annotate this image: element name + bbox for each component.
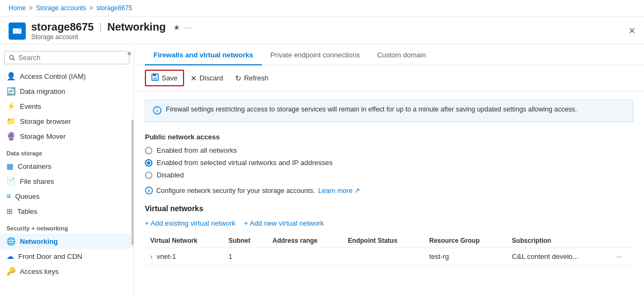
table-row: › vnet-1 1 test-rg C&L content develo...… [145, 248, 633, 265]
sidebar-item-queues[interactable]: ≡ Queues [0, 189, 134, 204]
access-control-icon: 👤 [6, 72, 16, 80]
search-icon [9, 55, 15, 61]
tab-private-endpoints[interactable]: Private endpoint connections [262, 44, 369, 65]
svg-text:i: i [157, 108, 158, 114]
radio-selected-networks[interactable]: Enabled from selected virtual networks a… [145, 159, 633, 167]
breadcrumb-current[interactable]: storage8675 [96, 4, 132, 12]
save-icon [151, 73, 159, 83]
main-content: Firewalls and virtual networks Private e… [134, 44, 644, 295]
sidebar-item-containers[interactable]: ▦ Containers [0, 159, 134, 174]
add-new-vnet-button[interactable]: + Add new virtual network [244, 219, 324, 227]
add-existing-vnet-button[interactable]: + Add existing virtual network [145, 219, 236, 227]
sidebar-item-label: File shares [20, 177, 54, 185]
svg-rect-7 [153, 77, 157, 80]
svg-point-2 [19, 29, 20, 30]
data-storage-section-label: Data storage [0, 144, 134, 159]
virtual-networks-table: Virtual Network Subnet Address range End… [145, 234, 633, 265]
public-access-label: Public network access [145, 133, 633, 141]
refresh-icon: ↻ [235, 74, 241, 83]
sidebar-item-events[interactable]: ⚡ Events [0, 99, 134, 114]
radio-all-networks[interactable]: Enabled from all networks [145, 146, 633, 154]
cell-endpoint-status [342, 248, 423, 265]
close-button[interactable]: ✕ [628, 26, 635, 36]
public-access-options: Enabled from all networks Enabled from s… [145, 146, 633, 179]
col-virtual-network: Virtual Network [145, 234, 223, 248]
networking-icon: 🌐 [6, 237, 16, 245]
config-note: i Configure network security for your st… [145, 187, 633, 195]
resource-name: storage8675 [31, 21, 94, 33]
sidebar: « 👤 Access Control (IAM) 🔄 Data migratio… [0, 44, 134, 295]
header-text: storage8675 | Networking ★ ··· Storage a… [31, 21, 193, 41]
breadcrumb-storage-accounts[interactable]: Storage accounts [36, 4, 86, 12]
cell-address-range [267, 248, 343, 265]
star-icon[interactable]: ★ [173, 23, 180, 32]
svg-point-3 [10, 55, 13, 59]
sidebar-item-label: Tables [17, 207, 38, 215]
col-endpoint-status: Endpoint Status [342, 234, 423, 248]
sidebar-item-networking[interactable]: 🌐 Networking [0, 234, 134, 249]
table-body: › vnet-1 1 test-rg C&L content develo...… [145, 248, 633, 265]
search-input[interactable] [18, 54, 125, 62]
data-migration-icon: 🔄 [6, 87, 16, 95]
tables-icon: ⊞ [6, 207, 13, 215]
storage-mover-icon: 🔮 [6, 132, 16, 140]
storage-browser-icon: 📁 [6, 117, 16, 125]
vnet-actions: + Add existing virtual network + Add new… [145, 219, 633, 227]
sidebar-item-label: Queues [15, 192, 40, 200]
discard-button[interactable]: ✕ Discard [185, 71, 229, 85]
sidebar-collapse-button[interactable]: « [127, 49, 131, 57]
row-expand-icon[interactable]: › [150, 252, 152, 260]
discard-icon: ✕ [191, 74, 197, 83]
info-icon: i [153, 106, 162, 116]
page-header: storage8675 | Networking ★ ··· Storage a… [0, 17, 644, 44]
sidebar-item-label: Storage Mover [20, 132, 65, 140]
virtual-networks-title: Virtual networks [145, 204, 633, 213]
tab-firewalls[interactable]: Firewalls and virtual networks [145, 44, 262, 65]
breadcrumb-sep2: > [89, 4, 93, 12]
save-button[interactable]: Save [145, 70, 184, 86]
front-door-icon: ☁ [6, 252, 14, 260]
security-section-label: Security + networking [0, 219, 134, 234]
toolbar: Save ✕ Discard ↻ Refresh [134, 65, 644, 91]
tab-custom-domain[interactable]: Custom domain [369, 44, 435, 65]
storage-icon [9, 23, 26, 40]
file-shares-icon: 📄 [6, 177, 16, 185]
sidebar-item-label: Events [20, 102, 41, 110]
sidebar-item-access-control[interactable]: 👤 Access Control (IAM) [0, 69, 134, 84]
tab-bar: Firewalls and virtual networks Private e… [134, 44, 644, 65]
events-icon: ⚡ [6, 102, 16, 110]
radio-circle-all [145, 147, 152, 154]
refresh-button[interactable]: ↻ Refresh [230, 71, 274, 85]
sidebar-item-tables[interactable]: ⊞ Tables [0, 204, 134, 219]
radio-circle-disabled [145, 172, 152, 179]
content-area: i Firewall settings restricting access t… [134, 91, 644, 274]
svg-line-4 [13, 59, 14, 60]
radio-disabled[interactable]: Disabled [145, 171, 633, 179]
cell-virtual-network: › vnet-1 [145, 248, 223, 265]
more-icon[interactable]: ··· [185, 23, 193, 32]
svg-text:i: i [148, 188, 149, 193]
sidebar-item-storage-mover[interactable]: 🔮 Storage Mover [0, 129, 134, 144]
sidebar-item-front-door[interactable]: ☁ Front Door and CDN [0, 249, 134, 264]
info-banner: i Firewall settings restricting access t… [145, 100, 633, 122]
config-info-icon: i [145, 187, 153, 195]
sidebar-item-storage-browser[interactable]: 📁 Storage browser [0, 114, 134, 129]
sidebar-item-access-keys[interactable]: 🔑 Access keys [0, 264, 134, 279]
resource-type: Storage account [31, 33, 193, 41]
breadcrumb-home[interactable]: Home [9, 4, 26, 12]
sidebar-item-data-migration[interactable]: 🔄 Data migration [0, 84, 134, 99]
page-name: Networking [107, 21, 166, 33]
config-note-text: Configure network security for your stor… [156, 187, 315, 195]
sidebar-item-label: Access keys [20, 267, 58, 275]
sidebar-item-label: Data migration [20, 87, 65, 95]
queues-icon: ≡ [6, 192, 11, 200]
main-layout: « 👤 Access Control (IAM) 🔄 Data migratio… [0, 44, 644, 295]
sidebar-item-label: Front Door and CDN [18, 252, 82, 260]
sidebar-item-label: Storage browser [20, 117, 71, 125]
sidebar-scrollbar[interactable] [131, 120, 134, 245]
row-ellipsis-button[interactable]: ··· [616, 252, 622, 260]
svg-rect-6 [153, 74, 156, 76]
radio-circle-selected [145, 159, 152, 167]
sidebar-item-file-shares[interactable]: 📄 File shares [0, 174, 134, 189]
learn-more-link[interactable]: Learn more ↗ [318, 187, 360, 195]
